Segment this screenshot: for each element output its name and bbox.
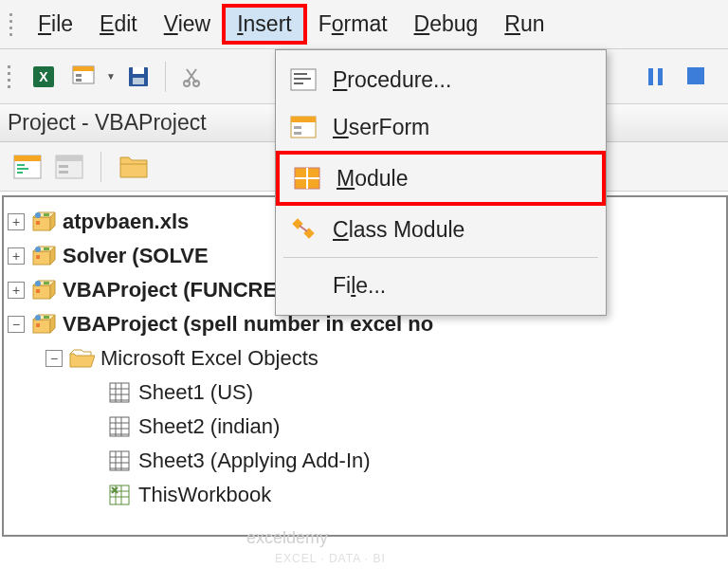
tree-node-label: atpvbaen.xls [63, 210, 189, 234]
menu-insert-label: Insert [237, 11, 292, 36]
svg-rect-31 [36, 289, 40, 293]
dd-label: Class Module [333, 217, 464, 243]
save-icon[interactable] [121, 60, 155, 94]
expander-icon[interactable]: + [8, 282, 25, 299]
menu-insert[interactable]: Insert [224, 6, 305, 43]
dd-module[interactable]: Module [280, 155, 602, 202]
sheet-icon [106, 448, 133, 474]
menu-debug-label: Debug [414, 11, 479, 36]
menubar: File Edit View Insert Format Debug Run [0, 0, 728, 49]
svg-rect-53 [648, 68, 653, 85]
menu-view-label: View [164, 11, 210, 36]
run-controls [646, 66, 705, 87]
svg-rect-41 [294, 73, 307, 75]
tree-node[interactable]: Sheet2 (indian) [8, 410, 722, 444]
stop-icon[interactable] [686, 66, 705, 87]
tree-node[interactable]: Sheet3 (Applying Add-In) [8, 444, 722, 478]
svg-point-33 [35, 315, 41, 320]
svg-rect-28 [33, 285, 50, 299]
dropdown-arrow-icon[interactable]: ▼ [106, 71, 116, 82]
tree-node-label: Solver (SOLVE [63, 244, 209, 268]
expander-icon[interactable]: + [8, 213, 25, 230]
svg-rect-27 [36, 255, 40, 259]
svg-rect-15 [17, 172, 23, 174]
insert-dropdown: Procedure... UserForm Module Class Modul… [275, 49, 607, 316]
procedure-icon [289, 65, 318, 94]
panel-title-text: Project - VBAProject [8, 110, 207, 136]
svg-rect-30 [44, 282, 49, 284]
svg-rect-54 [658, 68, 663, 85]
svg-point-21 [35, 212, 41, 218]
dd-userform[interactable]: UserForm [276, 103, 606, 151]
svg-rect-12 [14, 156, 41, 161]
workbook-icon [106, 482, 133, 508]
svg-rect-20 [33, 217, 50, 230]
svg-rect-19 [59, 171, 68, 174]
view-code-icon[interactable] [13, 155, 42, 179]
svg-rect-32 [33, 320, 50, 333]
expander-icon[interactable]: − [46, 350, 63, 367]
svg-rect-23 [36, 221, 40, 225]
tree-node-label: Sheet3 (Applying Add-In) [138, 449, 371, 473]
svg-rect-24 [33, 251, 50, 265]
dd-file[interactable]: File... [276, 262, 606, 309]
svg-rect-42 [294, 78, 311, 80]
svg-rect-26 [44, 247, 49, 250]
tree-node[interactable]: ThisWorkbook [8, 478, 722, 512]
tree-node-label: Microsoft Excel Objects [100, 346, 318, 371]
svg-rect-46 [294, 126, 301, 129]
grip-icon [9, 11, 17, 38]
cut-icon[interactable] [175, 60, 209, 94]
dd-class-module[interactable]: Class Module [276, 206, 606, 253]
menu-run-label: Run [504, 11, 544, 36]
dd-label: File... [333, 273, 386, 299]
svg-point-10 [193, 81, 199, 86]
menu-run[interactable]: Run [491, 6, 557, 43]
pause-icon[interactable] [646, 66, 665, 87]
view-object-icon[interactable] [55, 155, 83, 179]
vba-project-icon [30, 311, 57, 338]
separator [283, 257, 598, 258]
blank-icon [289, 271, 318, 300]
folder-icon[interactable] [118, 155, 149, 179]
svg-rect-7 [133, 67, 144, 74]
classmodule-icon [289, 215, 318, 244]
svg-point-29 [35, 281, 41, 286]
insert-userform-icon[interactable] [66, 60, 100, 94]
expander-icon[interactable]: + [8, 247, 25, 265]
svg-rect-35 [36, 323, 40, 327]
svg-rect-22 [44, 213, 49, 216]
dd-label: UserForm [333, 115, 429, 140]
menu-file[interactable]: File [25, 6, 86, 43]
svg-rect-17 [56, 156, 82, 161]
sheet-icon [106, 379, 133, 406]
expander-icon[interactable]: − [8, 316, 25, 333]
menu-edit[interactable]: Edit [86, 6, 151, 43]
dd-label: Procedure... [333, 67, 451, 93]
dd-label: Module [337, 166, 408, 192]
menu-debug[interactable]: Debug [401, 6, 492, 43]
menu-view[interactable]: View [151, 6, 224, 43]
svg-rect-4 [76, 74, 82, 77]
menu-format[interactable]: Format [305, 6, 401, 43]
svg-point-9 [184, 81, 190, 86]
svg-rect-3 [73, 66, 94, 71]
menu-edit-label: Edit [100, 11, 137, 36]
svg-rect-55 [687, 67, 704, 84]
sheet-icon [106, 413, 133, 440]
tree-node-label: ThisWorkbook [138, 483, 271, 507]
svg-rect-50 [306, 168, 308, 189]
menu-file-label: File [38, 11, 73, 36]
grip-icon [8, 64, 15, 90]
dd-procedure[interactable]: Procedure... [276, 56, 606, 103]
svg-rect-47 [294, 132, 301, 135]
svg-rect-38 [110, 451, 129, 470]
module-icon [293, 164, 321, 192]
tree-node-label: Sheet2 (indian) [138, 414, 280, 439]
watermark: exceldemy [246, 528, 328, 548]
excel-icon[interactable]: X [27, 60, 61, 94]
vba-project-icon [30, 243, 57, 269]
watermark-brand: exceldemy [246, 528, 328, 547]
tree-node[interactable]: −Microsoft Excel Objects [8, 341, 722, 375]
tree-node[interactable]: Sheet1 (US) [8, 375, 722, 410]
